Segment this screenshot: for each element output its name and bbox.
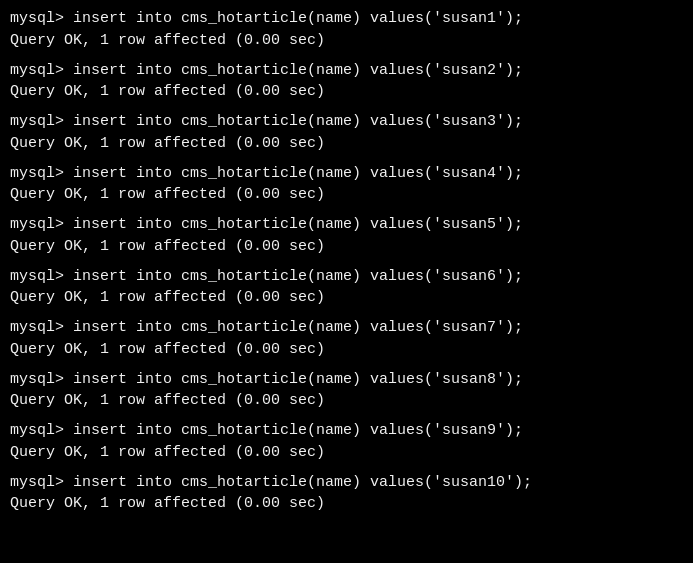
result-line: Query OK, 1 row affected (0.00 sec) bbox=[10, 236, 683, 258]
result-line: Query OK, 1 row affected (0.00 sec) bbox=[10, 81, 683, 103]
terminal-block: mysql> insert into cms_hotarticle(name) … bbox=[10, 111, 683, 159]
command-line: mysql> insert into cms_hotarticle(name) … bbox=[10, 317, 683, 339]
result-line: Query OK, 1 row affected (0.00 sec) bbox=[10, 493, 683, 515]
command-line: mysql> insert into cms_hotarticle(name) … bbox=[10, 266, 683, 288]
terminal-block: mysql> insert into cms_hotarticle(name) … bbox=[10, 317, 683, 365]
command-line: mysql> insert into cms_hotarticle(name) … bbox=[10, 420, 683, 442]
terminal-block: mysql> insert into cms_hotarticle(name) … bbox=[10, 163, 683, 211]
terminal-block: mysql> insert into cms_hotarticle(name) … bbox=[10, 472, 683, 516]
result-line: Query OK, 1 row affected (0.00 sec) bbox=[10, 442, 683, 464]
command-line: mysql> insert into cms_hotarticle(name) … bbox=[10, 111, 683, 133]
terminal-block: mysql> insert into cms_hotarticle(name) … bbox=[10, 60, 683, 108]
command-line: mysql> insert into cms_hotarticle(name) … bbox=[10, 60, 683, 82]
terminal-block: mysql> insert into cms_hotarticle(name) … bbox=[10, 420, 683, 468]
result-line: Query OK, 1 row affected (0.00 sec) bbox=[10, 287, 683, 309]
terminal-block: mysql> insert into cms_hotarticle(name) … bbox=[10, 266, 683, 314]
terminal-block: mysql> insert into cms_hotarticle(name) … bbox=[10, 8, 683, 56]
result-line: Query OK, 1 row affected (0.00 sec) bbox=[10, 390, 683, 412]
terminal-block: mysql> insert into cms_hotarticle(name) … bbox=[10, 214, 683, 262]
command-line: mysql> insert into cms_hotarticle(name) … bbox=[10, 8, 683, 30]
command-line: mysql> insert into cms_hotarticle(name) … bbox=[10, 369, 683, 391]
result-line: Query OK, 1 row affected (0.00 sec) bbox=[10, 133, 683, 155]
command-line: mysql> insert into cms_hotarticle(name) … bbox=[10, 472, 683, 494]
command-line: mysql> insert into cms_hotarticle(name) … bbox=[10, 163, 683, 185]
result-line: Query OK, 1 row affected (0.00 sec) bbox=[10, 184, 683, 206]
terminal-block: mysql> insert into cms_hotarticle(name) … bbox=[10, 369, 683, 417]
terminal-output: mysql> insert into cms_hotarticle(name) … bbox=[10, 8, 683, 515]
result-line: Query OK, 1 row affected (0.00 sec) bbox=[10, 339, 683, 361]
result-line: Query OK, 1 row affected (0.00 sec) bbox=[10, 30, 683, 52]
command-line: mysql> insert into cms_hotarticle(name) … bbox=[10, 214, 683, 236]
